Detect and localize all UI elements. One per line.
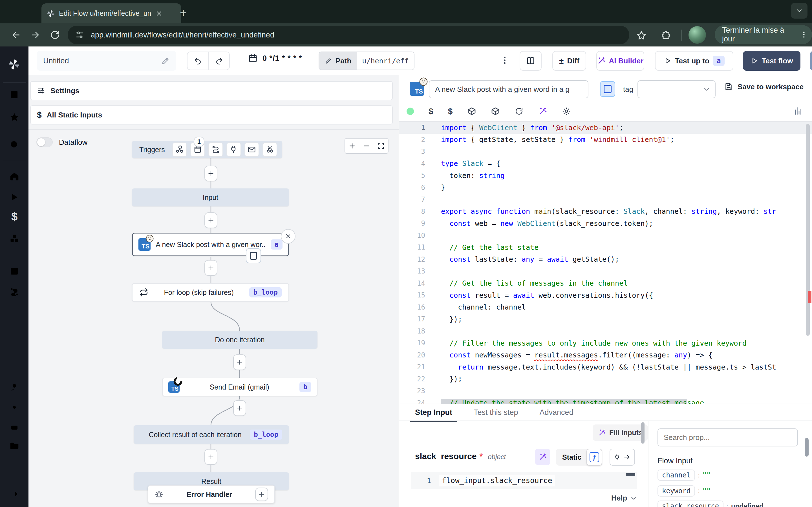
step-summary-input[interactable] [429, 80, 589, 98]
code-line[interactable]: 21 return message.text.includes(keyword)… [399, 361, 812, 373]
code-line[interactable]: 10 [399, 230, 812, 242]
windmill-logo[interactable] [8, 58, 20, 71]
expression-editor[interactable]: 1 flow_input.slack_resource [411, 472, 637, 489]
test-flow-button[interactable]: Test flow [743, 51, 801, 71]
browser-update-button[interactable]: Terminer la mise à jour [715, 25, 812, 44]
prop-row[interactable]: slack_resource : undefined [658, 501, 763, 507]
reload-icon[interactable] [50, 30, 60, 40]
assets-icon[interactable]: $ [428, 107, 434, 116]
code-editor[interactable]: 1import { WebClient } from '@slack/web-a… [399, 122, 812, 404]
docs-button[interactable] [520, 51, 542, 71]
tab-search-button[interactable] [791, 3, 808, 18]
kebab-menu-icon[interactable] [800, 31, 808, 39]
code-line[interactable]: 11 // Get the last state [399, 241, 812, 253]
sidebar-item-logs[interactable] [9, 459, 20, 470]
poll-trigger-button[interactable] [262, 142, 277, 157]
url-bar[interactable]: app.windmill.dev/flows/edit/u/henri/effe… [68, 25, 629, 44]
webhook-trigger-button[interactable] [172, 142, 187, 157]
variables-icon[interactable]: $ [448, 107, 453, 116]
websocket-trigger-button[interactable] [226, 142, 241, 157]
props-scrollbar[interactable] [805, 438, 809, 457]
help-toggle[interactable]: Help [611, 494, 637, 503]
code-line[interactable]: 3 [399, 146, 812, 158]
code-line[interactable]: 24 // Update the state with the timestam… [399, 397, 812, 404]
remove-step-button[interactable] [281, 229, 296, 244]
forloop-node[interactable]: For loop (skip failures) b_loop [132, 283, 289, 302]
prop-row[interactable]: channel : "" [658, 469, 711, 481]
add-step-button[interactable] [233, 354, 246, 370]
code-line[interactable]: 17 }); [399, 313, 812, 325]
code-line[interactable]: 22 }); [399, 373, 812, 385]
code-line[interactable]: 6} [399, 182, 812, 194]
add-step-button[interactable] [204, 449, 217, 465]
route-trigger-button[interactable] [208, 142, 223, 157]
code-line[interactable]: 2import { getState, setState } from 'win… [399, 134, 812, 146]
connect-input-button[interactable] [610, 449, 635, 466]
stop-after-step-button[interactable] [246, 248, 261, 263]
sidebar-item-variables[interactable]: $ [9, 210, 20, 223]
code-line[interactable]: 9 const web = new WebClient(slack_resour… [399, 217, 812, 230]
javascript-mode-button[interactable]: f [587, 449, 602, 466]
add-step-button[interactable] [204, 260, 217, 276]
add-step-button[interactable] [204, 212, 217, 228]
sidebar-item-users[interactable] [9, 382, 20, 393]
edit-pencil-icon[interactable] [161, 56, 170, 65]
code-line[interactable]: 1import { WebClient } from '@slack/web-a… [399, 122, 812, 134]
tab-close-icon[interactable] [155, 10, 163, 17]
path-control[interactable]: Path u/henri/eff [319, 52, 414, 70]
save-to-workspace-button[interactable]: Save to workspace [724, 82, 804, 91]
sidebar-item-workspace[interactable] [9, 89, 20, 100]
flow-input-node[interactable]: Input [132, 188, 289, 207]
tag-select[interactable] [638, 80, 716, 98]
prop-row[interactable]: keyword : "" [658, 485, 711, 497]
prop-name[interactable]: keyword [658, 485, 695, 497]
new-tab-button[interactable]: + [180, 6, 187, 20]
site-settings-icon[interactable] [75, 30, 85, 40]
sidebar-item-resources[interactable] [9, 233, 20, 244]
code-line[interactable]: 4type Slack = { [399, 158, 812, 170]
sidebar-item-runs[interactable] [9, 192, 20, 203]
bookmark-star-icon[interactable] [636, 30, 647, 41]
ai-fill-button[interactable] [535, 449, 550, 465]
flow-name-field[interactable]: Untitled [37, 51, 176, 71]
back-icon[interactable] [11, 30, 21, 40]
do-one-iteration-node[interactable]: Do one iteration [162, 331, 317, 349]
sidebar-collapse-icon[interactable] [9, 489, 20, 499]
error-handler-node[interactable]: Error Handler [148, 485, 275, 503]
tab-step-input[interactable]: Step Input [415, 408, 452, 422]
fill-inputs-button[interactable]: Fill inputs [593, 425, 648, 441]
ai-wand-icon[interactable] [538, 107, 547, 116]
path-label-segment[interactable]: Path [319, 52, 357, 69]
sidebar-item-search[interactable] [9, 139, 20, 150]
sidebar-item-home[interactable] [9, 171, 20, 182]
add-step-button[interactable] [204, 166, 217, 181]
code-line[interactable]: 19 // Filter the messages to only includ… [399, 337, 812, 349]
code-line[interactable]: 16 channel: channel [399, 301, 812, 314]
package-icon[interactable] [491, 107, 500, 116]
code-line[interactable]: 14 // Get the list of messages in the ch… [399, 277, 812, 290]
schedule-display[interactable]: 0 */1 * * * * [248, 53, 302, 63]
sidebar-item-favorites[interactable] [9, 112, 20, 122]
code-line[interactable]: 18 [399, 325, 812, 337]
schedule-trigger-button[interactable]: 1 [190, 142, 205, 157]
prop-name[interactable]: channel [658, 469, 695, 481]
add-step-button[interactable] [233, 400, 246, 416]
package-icon[interactable] [467, 107, 476, 116]
redo-button[interactable] [208, 52, 230, 70]
reload-icon[interactable] [515, 107, 523, 116]
diff-button[interactable]: ± Diff [552, 51, 586, 71]
add-error-handler-button[interactable] [255, 488, 268, 501]
code-line[interactable]: 15 const result = await web.conversation… [399, 289, 812, 301]
code-line[interactable]: 5 token: string [399, 170, 812, 182]
sidebar-item-settings[interactable] [9, 402, 20, 413]
search-prop-input[interactable] [658, 429, 798, 446]
triggers-node[interactable]: Triggers 1 [132, 141, 282, 158]
code-line[interactable]: 7 [399, 193, 812, 206]
panel-scrollbar[interactable] [641, 422, 645, 444]
code-line[interactable]: 13 [399, 265, 812, 277]
test-up-to-button[interactable]: Test up to a [655, 51, 733, 71]
sidebar-item-folders[interactable] [9, 440, 20, 451]
slack-step-node[interactable]: TS A new Slack post with a given wor... … [132, 233, 289, 256]
more-options-icon[interactable] [500, 55, 509, 65]
extensions-icon[interactable] [661, 30, 672, 41]
